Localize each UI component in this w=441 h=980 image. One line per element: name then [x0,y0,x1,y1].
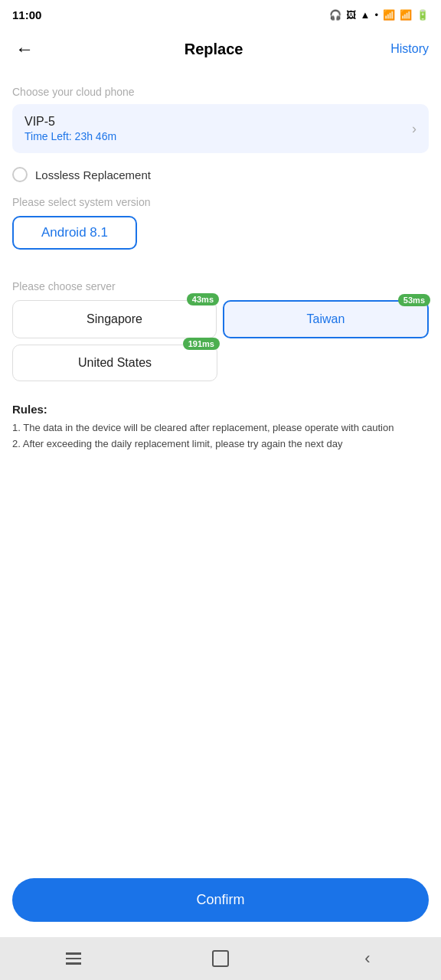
back-arrow-icon: ‹ [364,949,370,969]
taiwan-ping: 53ms [398,294,430,306]
rule-2: 2. After exceeding the daily replacement… [12,438,342,449]
nav-home-button[interactable] [198,943,243,974]
system-version-label: Please select system version [12,196,429,208]
menu-icon [66,952,81,965]
phone-info: VIP-5 Time Left: 23h 46m [24,115,116,142]
server-singapore[interactable]: 43ms Singapore [12,300,217,338]
rules-text: 1. The data in the device will be cleare… [12,420,429,452]
taiwan-label: Taiwan [307,312,345,325]
main-content: Choose your cloud phone VIP-5 Time Left:… [0,70,441,866]
server-taiwan[interactable]: 53ms Taiwan [223,300,429,338]
lossless-row[interactable]: Lossless Replacement [12,167,429,182]
server-grid: 43ms Singapore 53ms Taiwan 191ms United … [12,300,429,387]
phone-name: VIP-5 [24,115,116,129]
image-icon: 🖼 [346,9,356,21]
headset-icon: 🎧 [329,9,341,21]
location-icon: ▲ [361,9,371,21]
server-row-2: 191ms United States [12,345,429,381]
server-us[interactable]: 191ms United States [12,345,217,381]
server-label: Please choose server [12,280,429,292]
lossless-label: Lossless Replacement [35,168,151,181]
wifi-icon: 📶 [383,9,395,21]
top-nav: ← Replace History [0,28,441,70]
signal-icon: 📶 [400,9,412,21]
bottom-nav: ‹ [0,937,441,980]
nav-menu-button[interactable] [51,943,96,974]
android-version-button[interactable]: Android 8.1 [12,216,137,250]
page-title: Replace [185,41,243,58]
lossless-radio[interactable] [12,167,28,182]
singapore-label: Singapore [87,312,142,325]
singapore-ping: 43ms [187,293,219,305]
history-button[interactable]: History [390,42,429,56]
rule-1: 1. The data in the device will be cleare… [12,422,394,433]
status-time: 11:00 [12,8,41,21]
back-button[interactable]: ← [12,35,37,63]
phone-time-left: Time Left: 23h 46m [24,130,116,142]
status-bar: 11:00 🎧 🖼 ▲ • 📶 📶 🔋 [0,0,441,28]
server-row-1: 43ms Singapore 53ms Taiwan [12,300,429,338]
nav-back-button[interactable]: ‹ [345,943,390,974]
us-label: United States [78,356,152,369]
us-ping: 191ms [183,338,220,350]
rules-title: Rules: [12,403,429,416]
phone-card[interactable]: VIP-5 Time Left: 23h 46m › [12,104,429,153]
confirm-button[interactable]: Confirm [12,878,429,922]
rules-section: Rules: 1. The data in the device will be… [12,403,429,452]
chevron-right-icon: › [412,121,416,137]
home-icon [212,950,229,967]
confirm-area: Confirm [0,866,441,937]
status-icons: 🎧 🖼 ▲ • 📶 📶 🔋 [329,9,429,21]
cloud-phone-label: Choose your cloud phone [12,86,429,98]
battery-icon: 🔋 [416,9,429,21]
dot-icon: • [374,9,378,21]
